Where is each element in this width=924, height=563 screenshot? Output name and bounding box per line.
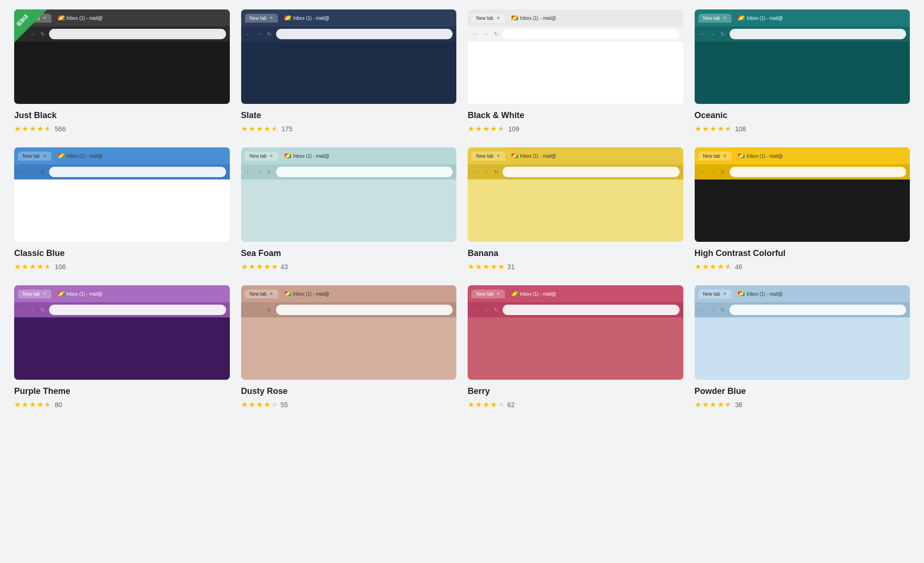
theme-card-high-contrast-colorful[interactable]: New tab ✕ M Inbox (1) - mail@ ← → ↻ High… (695, 147, 910, 271)
theme-card-dusty-rose[interactable]: New tab ✕ M Inbox (1) - mail@ ← → ↻ Dust… (241, 285, 457, 409)
star-full: ★ (264, 124, 270, 133)
theme-card-classic-blue[interactable]: New tab ✕ M Inbox (1) - mail@ ← → ↻ Clas… (14, 147, 230, 271)
browser-tab-active: New tab ✕ (471, 290, 505, 299)
rating-count: 31 (507, 263, 515, 271)
star-full: ★ (498, 262, 504, 271)
browser-toolbar: ← → ↻ (14, 26, 230, 42)
back-icon: ← (698, 306, 706, 314)
card-rating: ★★★★★ 62 (468, 400, 683, 409)
forward-icon: → (482, 30, 489, 38)
theme-card-just-black[interactable]: New tab ✕ M Inbox (1) - mail@ ← → ↻ 追加済 (14, 9, 230, 133)
stars: ★★★★ ★ ★ (468, 124, 505, 133)
theme-title: Sea Foam (241, 248, 457, 258)
star-full: ★ (483, 262, 489, 271)
browser-toolbar: ← → ↻ (241, 302, 457, 317)
browser-body (14, 42, 230, 104)
browser-mock: New tab ✕ M Inbox (1) - mail@ ← → ↻ (241, 9, 457, 104)
star-full: ★ (695, 124, 701, 133)
theme-title: High Contrast Colorful (695, 248, 910, 258)
star-full: ★ (249, 124, 255, 133)
theme-card-black-white[interactable]: New tab ✕ M Inbox (1) - mail@ ← → ↻ Blac… (468, 9, 683, 133)
reload-icon: ↻ (719, 30, 727, 38)
reload-icon: ↻ (492, 306, 500, 314)
browser-toolbar: ← → ↻ (14, 302, 230, 317)
address-bar (276, 29, 453, 39)
browser-body (241, 42, 457, 104)
inbox-label: Inbox (1) - mail@ (520, 154, 556, 159)
browser-tab-gmail: M Inbox (1) - mail@ (734, 152, 787, 161)
star-full: ★ (256, 400, 263, 409)
theme-title: Powder Blue (695, 386, 910, 396)
rating-count: 62 (507, 401, 515, 409)
reload-icon: ↻ (39, 168, 46, 176)
tab-label: New tab (703, 16, 721, 21)
address-bar (49, 305, 226, 315)
themes-grid: New tab ✕ M Inbox (1) - mail@ ← → ↻ 追加済 (14, 9, 910, 409)
star-full: ★ (241, 262, 248, 271)
back-icon: ← (245, 30, 252, 38)
browser-titlebar: New tab ✕ M Inbox (1) - mail@ (695, 147, 910, 164)
star-full: ★ (468, 400, 474, 409)
browser-mock: New tab ✕ M Inbox (1) - mail@ ← → ↻ (241, 285, 457, 380)
card-preview: New tab ✕ M Inbox (1) - mail@ ← → ↻ (468, 285, 683, 380)
stars: ★★★★ ★ ★ (695, 262, 732, 271)
tab-label: New tab (23, 154, 40, 159)
address-bar (276, 167, 453, 177)
inbox-label: Inbox (1) - mail@ (293, 154, 329, 159)
theme-card-sea-foam[interactable]: New tab ✕ M Inbox (1) - mail@ ← → ↻ Sea … (241, 147, 457, 271)
reload-icon: ↻ (266, 306, 273, 314)
star-full: ★ (702, 124, 709, 133)
forward-icon: → (28, 30, 36, 38)
browser-mock: New tab ✕ M Inbox (1) - mail@ ← → ↻ (695, 147, 910, 242)
browser-mock: New tab ✕ M Inbox (1) - mail@ ← → ↻ (695, 285, 910, 380)
inbox-label: Inbox (1) - mail@ (293, 16, 329, 21)
browser-titlebar: New tab ✕ M Inbox (1) - mail@ (468, 9, 683, 26)
rating-count: 38 (735, 401, 743, 409)
inbox-label: Inbox (1) - mail@ (293, 291, 329, 297)
star-full: ★ (271, 262, 278, 271)
browser-titlebar: New tab ✕ M Inbox (1) - mail@ (695, 285, 910, 302)
back-icon: ← (698, 168, 706, 176)
theme-card-slate[interactable]: New tab ✕ M Inbox (1) - mail@ ← → ↻ Slat… (241, 9, 457, 133)
star-half: ★ ★ (271, 124, 279, 132)
stars: ★★★★ ★ ★ (241, 124, 279, 133)
star-empty: ★ (271, 400, 278, 409)
inbox-label: Inbox (1) - mail@ (67, 154, 103, 159)
browser-titlebar: New tab ✕ M Inbox (1) - mail@ (241, 9, 457, 26)
theme-card-purple[interactable]: New tab ✕ M Inbox (1) - mail@ ← → ↻ Purp… (14, 285, 230, 409)
tab-close-icon: ✕ (43, 291, 47, 296)
tab-label: New tab (23, 291, 40, 297)
inbox-label: Inbox (1) - mail@ (747, 154, 783, 159)
card-rating: ★★★★ ★ ★ 108 (695, 124, 910, 133)
theme-card-banana[interactable]: New tab ✕ M Inbox (1) - mail@ ← → ↻ Bana… (468, 147, 683, 271)
gmail-icon: M (738, 154, 745, 158)
star-half: ★ ★ (725, 124, 732, 132)
reload-icon: ↻ (266, 168, 273, 176)
gmail-icon: M (285, 16, 291, 20)
address-bar (730, 305, 907, 315)
browser-tab-active: New tab ✕ (245, 290, 278, 299)
browser-toolbar: ← → ↻ (695, 164, 910, 179)
theme-title: Slate (241, 111, 457, 120)
rating-count: 175 (282, 125, 293, 133)
back-icon: ← (245, 168, 252, 176)
star-full: ★ (710, 400, 716, 409)
browser-body (241, 179, 457, 242)
star-full: ★ (14, 400, 21, 409)
browser-toolbar: ← → ↻ (468, 26, 683, 42)
theme-card-berry[interactable]: New tab ✕ M Inbox (1) - mail@ ← → ↻ Berr… (468, 285, 683, 409)
browser-tab-active: New tab ✕ (18, 152, 51, 161)
star-full: ★ (475, 262, 482, 271)
browser-body (695, 42, 910, 104)
tab-label: New tab (250, 154, 267, 159)
browser-mock: New tab ✕ M Inbox (1) - mail@ ← → ↻ (14, 9, 230, 104)
tab-close-icon: ✕ (496, 16, 500, 20)
theme-card-oceanic[interactable]: New tab ✕ M Inbox (1) - mail@ ← → ↻ Ocea… (695, 9, 910, 133)
browser-tab-gmail: M Inbox (1) - mail@ (281, 152, 333, 161)
star-full: ★ (249, 400, 255, 409)
address-bar (503, 305, 680, 315)
theme-card-powder-blue[interactable]: New tab ✕ M Inbox (1) - mail@ ← → ↻ Powd… (695, 285, 910, 409)
tab-label: New tab (476, 154, 494, 159)
browser-titlebar: New tab ✕ M Inbox (1) - mail@ (14, 147, 230, 164)
browser-titlebar: New tab ✕ M Inbox (1) - mail@ (14, 285, 230, 302)
